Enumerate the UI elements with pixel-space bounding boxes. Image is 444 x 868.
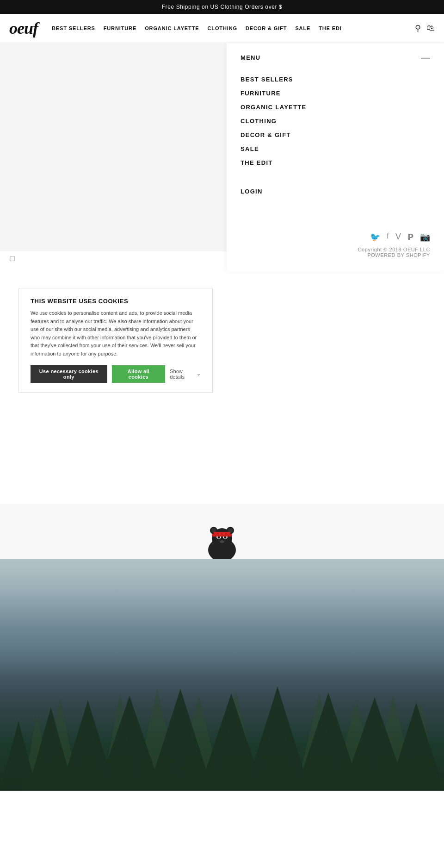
main-area: MENU — BEST SELLERS FURNITURE ORGANIC LA… — [0, 43, 444, 251]
header: oeuf BEST SELLERS FURNITURE ORGANIC LAYE… — [0, 14, 444, 43]
copyright-line2: POWERED BY SHOPIFY — [240, 252, 430, 258]
white-spacer — [0, 411, 444, 504]
menu-link-organic-layette[interactable]: ORGANIC LAYETTE — [240, 104, 307, 111]
menu-item-organic-layette[interactable]: ORGANIC LAYETTE — [240, 100, 430, 114]
allow-all-cookies-button[interactable]: Allow all cookies — [112, 365, 166, 383]
menu-login-link[interactable]: LOGIN — [240, 179, 430, 204]
cookie-section: THIS WEBSITE USES COOKIES We use cookies… — [0, 265, 444, 411]
menu-item-furniture[interactable]: FURNITURE — [240, 86, 430, 100]
menu-item-best-sellers[interactable]: BEST SELLERS — [240, 72, 430, 86]
nav-item-organic-layette[interactable]: ORGANIC LAYETTE — [145, 25, 199, 31]
nav-item-the-edit[interactable]: THE EDI — [319, 25, 342, 31]
forest-trees-svg — [0, 629, 444, 791]
necessary-cookies-button[interactable]: Use necessary cookies only — [31, 365, 107, 383]
cookie-title: THIS WEBSITE USES COOKIES — [31, 298, 201, 305]
svg-point-8 — [218, 536, 220, 538]
menu-link-sale[interactable]: SALE — [240, 145, 259, 152]
cart-icon[interactable]: 🛍 — [426, 23, 435, 33]
chevron-down-icon: ⌄ — [197, 371, 201, 377]
instagram-icon[interactable]: 📷 — [420, 232, 430, 242]
nav-item-decor-gift[interactable]: DECOR & GIFT — [246, 25, 287, 31]
twitter-icon[interactable]: 🐦 — [370, 232, 380, 242]
logo[interactable]: oeuf — [9, 19, 38, 38]
search-icon[interactable]: ⚲ — [415, 23, 421, 33]
facebook-icon[interactable]: f — [387, 232, 389, 242]
menu-link-the-edit[interactable]: THE EDIT — [240, 159, 273, 166]
menu-item-clothing[interactable]: CLOTHING — [240, 114, 430, 128]
nav-item-furniture[interactable]: FURNITURE — [104, 25, 136, 31]
close-menu-button[interactable]: — — [421, 52, 430, 63]
nav-item-sale[interactable]: SALE — [295, 25, 310, 31]
nav-item-clothing[interactable]: CLOTHING — [207, 25, 237, 31]
scroll-left-icon: ◻ — [9, 254, 15, 262]
cookie-buttons: Use necessary cookies only Allow all coo… — [31, 365, 201, 383]
menu-link-clothing[interactable]: CLOTHING — [240, 118, 277, 125]
menu-item-decor-gift[interactable]: DECOR & GIFT — [240, 128, 430, 142]
copyright-line1: Copyright © 2018 OEUF LLC — [240, 247, 430, 252]
left-background — [0, 43, 227, 251]
top-banner: Free Shipping on US Clothing Orders over… — [0, 0, 444, 14]
forest-area — [0, 559, 444, 791]
cookie-text: We use cookies to personalise content an… — [31, 309, 201, 358]
show-details-label: Show details — [170, 368, 195, 380]
menu-item-the-edit[interactable]: THE EDIT — [240, 156, 430, 169]
menu-item-sale[interactable]: SALE — [240, 142, 430, 156]
menu-link-decor-gift[interactable]: DECOR & GIFT — [240, 131, 291, 138]
bear-mascot — [204, 513, 240, 559]
vimeo-icon[interactable]: V — [395, 232, 401, 242]
bottom-space — [0, 791, 444, 868]
nav-item-best-sellers[interactable]: BEST SELLERS — [52, 25, 95, 31]
banner-text: Free Shipping on US Clothing Orders over… — [162, 4, 283, 10]
cookie-banner: THIS WEBSITE USES COOKIES We use cookies… — [18, 288, 213, 393]
menu-link-best-sellers[interactable]: BEST SELLERS — [240, 76, 293, 83]
social-links: 🐦 f V 𝗣 📷 — [240, 232, 430, 242]
svg-point-9 — [224, 536, 227, 538]
svg-rect-12 — [214, 532, 230, 534]
copyright-area: Copyright © 2018 OEUF LLC POWERED BY SHO… — [240, 247, 430, 258]
svg-marker-31 — [245, 687, 310, 791]
svg-point-10 — [220, 540, 224, 543]
menu-overlay: MENU — BEST SELLERS FURNITURE ORGANIC LA… — [227, 43, 444, 272]
menu-title: MENU — [240, 54, 260, 61]
menu-link-furniture[interactable]: FURNITURE — [240, 90, 281, 97]
mascot-area — [0, 504, 444, 559]
pinterest-icon[interactable]: 𝗣 — [407, 232, 413, 242]
menu-items-list: BEST SELLERS FURNITURE ORGANIC LAYETTE C… — [240, 72, 430, 169]
menu-header: MENU — — [240, 52, 430, 63]
show-details-button[interactable]: Show details ⌄ — [170, 368, 201, 380]
main-nav: BEST SELLERS FURNITURE ORGANIC LAYETTE C… — [52, 25, 415, 31]
header-icons: ⚲ 🛍 — [415, 23, 435, 33]
